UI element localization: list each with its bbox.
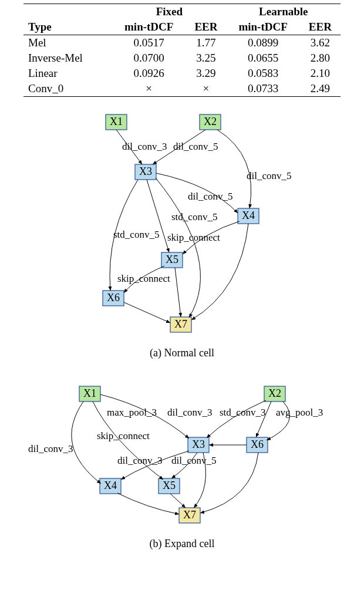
edge-label: skip_connect [117,273,170,284]
edge-label: dil_conv_3 [117,455,163,466]
edge-label: dil_conv_3 [28,443,73,454]
cell-type: Linear [23,66,112,81]
node-x4: X4 [100,478,121,494]
node-x7: X7 [170,317,191,332]
col-group-learnable: Learnable [227,4,341,20]
node-x5: X5 [159,478,180,494]
edge-label: dil_conv_5 [171,455,217,466]
edge-label: max_pool_3 [107,407,157,418]
col-learn-eer: EER [300,19,341,35]
col-group-fixed: Fixed [112,4,226,20]
table-row: Linear 0.0926 3.29 0.0583 2.10 [23,66,341,81]
cell: 0.0517 [112,35,186,51]
node-x1: X1 [106,114,127,130]
normal-cell-diagram: X1 X2 X3 X4 X5 X6 [35,97,329,343]
node-x3: X3 [188,437,209,453]
edge-label: dil_conv_5 [188,191,233,202]
cell: 2.10 [300,66,341,81]
table-row: Conv_0 × × 0.0733 2.49 [23,81,341,97]
node-x2: X2 [264,386,285,402]
cell: × [112,81,186,97]
svg-text:X6: X6 [251,438,264,450]
svg-text:X2: X2 [268,387,281,399]
svg-text:X4: X4 [104,480,117,491]
edge-label: skip_connect [97,430,150,441]
svg-text:X1: X1 [110,116,123,127]
cell: 3.25 [186,50,226,66]
edge-label: dil_conv_5 [173,141,218,152]
cell: 1.77 [186,35,226,51]
table-row: Inverse-Mel 0.0700 3.25 0.0655 2.80 [23,50,341,66]
edge-label: std_conv_5 [113,229,159,240]
col-type: Type [23,19,112,35]
cell: 3.62 [300,35,341,51]
svg-text:X4: X4 [242,210,255,221]
col-fixed-eer: EER [186,19,226,35]
expand-cell-diagram: X1 X2 X3 X6 X4 X5 [18,376,346,534]
svg-text:X3: X3 [192,438,205,450]
node-x1: X1 [79,386,100,402]
svg-text:X5: X5 [163,480,176,491]
cell: 0.0700 [112,50,186,66]
svg-text:X5: X5 [166,254,178,265]
edge-label: dil_conv_3 [167,407,213,418]
node-x5: X5 [161,252,183,268]
cell: 3.29 [186,66,226,81]
cell: 0.0926 [112,66,186,81]
node-x2: X2 [200,114,221,130]
cell: × [186,81,226,97]
cell-type: Inverse-Mel [23,50,112,66]
results-table: Fixed Learnable Type min-tDCF EER min-tD… [23,4,341,97]
table-row: Mel 0.0517 1.77 0.0899 3.62 [23,35,341,51]
edge-label: std_conv_3 [220,407,265,418]
cell-type: Mel [23,35,112,51]
edge-label: avg_pool_3 [276,407,323,418]
node-x7: X7 [179,508,200,523]
col-fixed-mintdcf: min-tDCF [112,19,186,35]
expand-caption: (b) Expand cell [150,538,215,550]
col-learn-mintdcf: min-tDCF [227,19,300,35]
edge-label: dil_conv_5 [247,170,292,181]
svg-text:X2: X2 [204,116,217,127]
svg-text:X1: X1 [83,387,96,399]
node-x3: X3 [135,164,156,180]
edge-label: dil_conv_3 [122,141,167,152]
node-x4: X4 [238,208,259,224]
svg-text:X6: X6 [107,292,120,303]
cell: 0.0733 [227,81,300,97]
normal-caption: (a) Normal cell [150,347,214,359]
svg-text:X7: X7 [183,509,196,521]
svg-text:X7: X7 [174,318,187,330]
svg-text:X3: X3 [139,166,152,177]
cell: 0.0899 [227,35,300,51]
cell: 2.80 [300,50,341,66]
edge-label: std_conv_5 [171,211,217,222]
cell-type: Conv_0 [23,81,112,97]
cell: 0.0583 [227,66,300,81]
node-x6: X6 [247,437,268,453]
cell: 0.0655 [227,50,300,66]
cell: 2.49 [300,81,341,97]
node-x6: X6 [103,291,124,306]
